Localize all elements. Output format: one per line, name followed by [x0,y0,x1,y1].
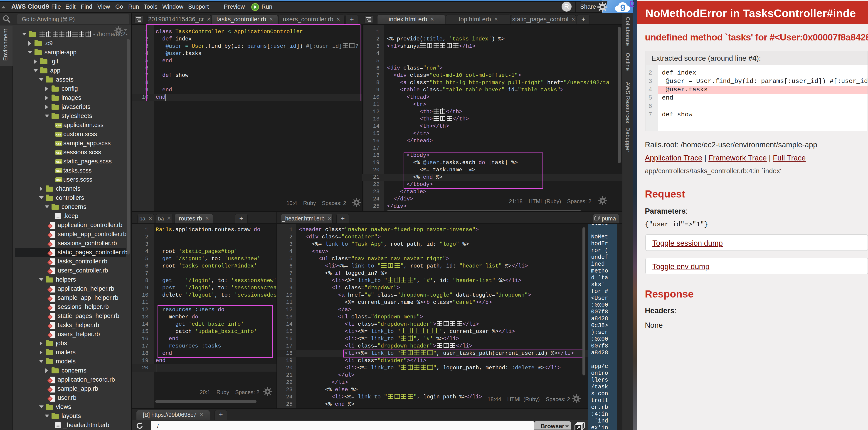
svg-text:9: 9 [620,2,625,13]
